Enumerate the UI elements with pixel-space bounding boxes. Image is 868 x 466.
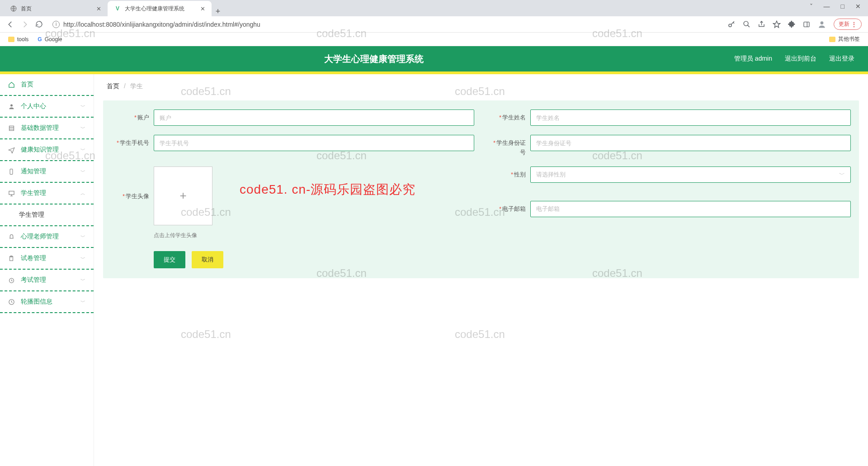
chevron-down-icon: ﹀ — [839, 171, 845, 179]
window-minimize-icon[interactable]: — — [824, 3, 830, 10]
field-avatar: *学生头像 + 点击上传学生头像 — [111, 166, 474, 239]
close-icon[interactable]: ✕ — [200, 5, 205, 12]
browser-tabbar: 首页 ✕ V 大学生心理健康管理系统 ✕ + ˅ — □ ✕ — [0, 0, 868, 16]
idno-input[interactable] — [530, 135, 851, 151]
update-button[interactable]: 更新⋮ — [834, 19, 862, 30]
app-header: 大学生心理健康管理系统 管理员 admin 退出到前台 退出登录 — [0, 46, 868, 71]
svg-point-2 — [744, 21, 748, 26]
admin-label[interactable]: 管理员 admin — [734, 55, 772, 63]
folder-icon — [829, 37, 835, 42]
sidebar-item-basedata[interactable]: 基础数据管理 ﹀ — [0, 118, 94, 139]
phone-input[interactable] — [154, 135, 474, 151]
to-frontend-link[interactable]: 退出到前台 — [785, 55, 816, 63]
site-info-icon[interactable]: i — [52, 21, 60, 28]
chevron-down-icon: ﹀ — [80, 233, 85, 240]
window-controls: ˅ — □ ✕ — [810, 3, 861, 10]
submit-button[interactable]: 提交 — [154, 251, 185, 268]
field-idno: *学生身份证号 — [488, 135, 851, 157]
avatar-tip: 点击上传学生头像 — [154, 232, 474, 239]
chevron-down-icon: ﹀ — [80, 147, 85, 153]
chevron-up-icon: ︿ — [80, 190, 85, 197]
app-title: 大学生心理健康管理系统 — [14, 53, 734, 65]
phone-icon — [8, 168, 15, 175]
svg-rect-8 — [9, 191, 14, 195]
svg-rect-3 — [804, 22, 809, 27]
send-icon — [8, 147, 15, 153]
globe-icon — [10, 5, 17, 12]
sidebar-item-teacher[interactable]: 心理老师管理 ﹀ — [0, 226, 94, 248]
profile-icon[interactable] — [817, 20, 826, 29]
avatar-upload[interactable]: + — [154, 166, 212, 225]
svg-rect-6 — [9, 126, 14, 130]
extensions-icon[interactable] — [788, 20, 796, 28]
bookmarks-bar: tools GGoogle 其他书签 — [0, 33, 868, 46]
clock-icon — [8, 277, 15, 284]
chevron-down-icon: ﹀ — [80, 125, 85, 132]
sidebar-item-profile[interactable]: 个人中心 ﹀ — [0, 96, 94, 118]
breadcrumb: 首页 / 学生 — [94, 74, 868, 94]
sidebar: 首页 个人中心 ﹀ 基础数据管理 ﹀ 健康知识管理 ﹀ 通知管理 ﹀ — [0, 74, 94, 466]
sidebar-item-paper[interactable]: 试卷管理 ﹀ — [0, 248, 94, 270]
svg-point-4 — [821, 21, 824, 24]
browser-addressbar: i http://localhost:8080/xinlijiankangxit… — [0, 16, 868, 33]
sidebar-item-student[interactable]: 学生管理 ︿ — [0, 183, 94, 204]
sidebar-item-exam[interactable]: 考试管理 ﹀ — [0, 270, 94, 291]
tab-title: 首页 — [21, 5, 32, 13]
breadcrumb-home[interactable]: 首页 — [107, 82, 119, 90]
email-input[interactable] — [530, 201, 851, 217]
form-panel: *账户 *学生姓名 *学生手机号 *学生身份证号 — [103, 100, 859, 278]
monitor-icon — [8, 190, 15, 197]
main-content: 首页 / 学生 *账户 *学生姓名 *学生 — [94, 74, 868, 466]
share-icon[interactable] — [758, 20, 765, 28]
browser-tab-active[interactable]: V 大学生心理健康管理系统 ✕ — [108, 1, 212, 16]
bookmark-other[interactable]: 其他书签 — [829, 35, 860, 43]
sidebar-item-notice[interactable]: 通知管理 ﹀ — [0, 161, 94, 183]
plus-icon: + — [179, 189, 186, 203]
vue-icon: V — [114, 5, 121, 12]
bell-icon — [8, 233, 15, 240]
star-icon[interactable] — [773, 20, 781, 29]
svg-point-1 — [729, 24, 731, 27]
field-gender: *性别 请选择性别 ﹀ — [488, 166, 851, 183]
zoom-icon[interactable] — [743, 20, 750, 28]
sidebar-item-health[interactable]: 健康知识管理 ﹀ — [0, 139, 94, 161]
sidebar-item-home[interactable]: 首页 — [0, 74, 94, 96]
google-icon: G — [38, 36, 42, 43]
field-account: *账户 — [111, 109, 474, 126]
svg-point-5 — [10, 104, 13, 106]
student-name-input[interactable] — [530, 109, 851, 126]
image-icon — [8, 299, 15, 305]
nav-back-icon[interactable] — [6, 20, 14, 29]
logout-link[interactable]: 退出登录 — [829, 55, 854, 63]
svg-rect-7 — [10, 169, 13, 174]
bookmark-google[interactable]: GGoogle — [38, 36, 62, 43]
account-input[interactable] — [154, 109, 474, 126]
chevron-down-icon: ﹀ — [80, 103, 85, 110]
home-icon — [8, 81, 15, 88]
browser-tab[interactable]: 首页 ✕ — [4, 1, 108, 16]
close-icon[interactable]: ✕ — [96, 5, 101, 12]
panel-icon[interactable] — [803, 21, 810, 28]
data-icon — [8, 125, 15, 132]
folder-icon — [8, 37, 14, 42]
cancel-button[interactable]: 取消 — [192, 251, 223, 268]
nav-reload-icon[interactable] — [35, 20, 43, 28]
sidebar-item-carousel[interactable]: 轮播图信息 ﹀ — [0, 291, 94, 313]
tab-title: 大学生心理健康管理系统 — [125, 5, 184, 13]
chevron-down-icon: ﹀ — [80, 299, 85, 305]
field-phone: *学生手机号 — [111, 135, 474, 151]
user-icon — [8, 103, 15, 110]
nav-forward-icon[interactable] — [21, 20, 29, 29]
field-student-name: *学生姓名 — [488, 109, 851, 126]
chevron-down-icon: ﹀ — [80, 255, 85, 262]
new-tab-button[interactable]: + — [212, 7, 224, 16]
window-dropdown-icon[interactable]: ˅ — [810, 3, 813, 10]
url-display[interactable]: i http://localhost:8080/xinlijiankangxit… — [50, 21, 721, 28]
sidebar-item-student-manage[interactable]: 学生管理 — [0, 204, 94, 226]
key-icon[interactable] — [727, 20, 736, 29]
window-close-icon[interactable]: ✕ — [855, 3, 861, 10]
window-maximize-icon[interactable]: □ — [841, 3, 844, 10]
gender-select[interactable]: 请选择性别 ﹀ — [530, 166, 851, 183]
bookmark-tools[interactable]: tools — [8, 36, 28, 43]
chevron-down-icon: ﹀ — [80, 277, 85, 284]
